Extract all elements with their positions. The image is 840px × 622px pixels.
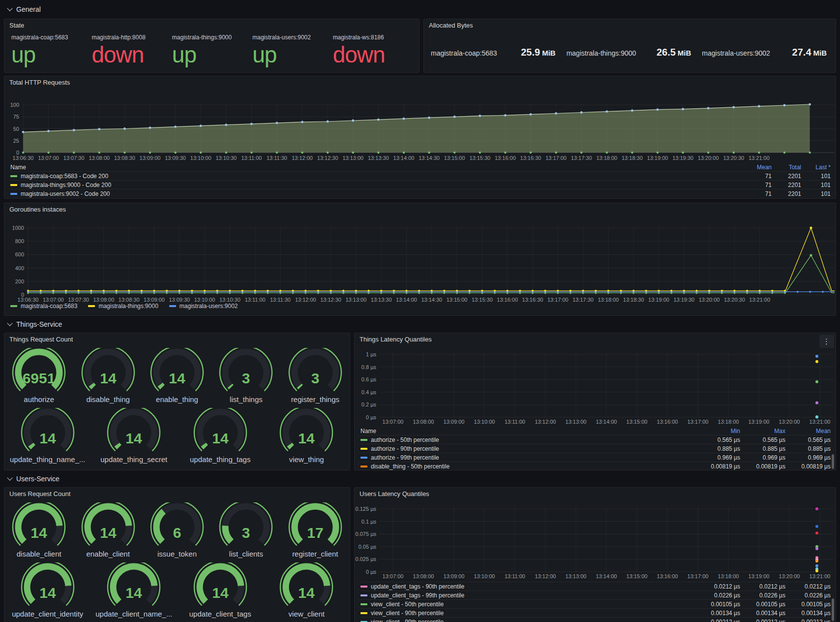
legend-value: 0.00105 µs [695, 601, 740, 608]
svg-text:13:15:30: 13:15:30 [469, 155, 490, 161]
legend-series-text: disable_thing - 50th percentile [371, 463, 450, 470]
panel-title-allocated-bytes[interactable]: Allocated Bytes [424, 19, 473, 32]
state-stat: magistrala-coap:5683up [11, 34, 91, 66]
legend-column-header[interactable]: Mean [785, 428, 831, 435]
svg-text:0.125 µs: 0.125 µs [356, 506, 377, 512]
section-header-users-service[interactable]: Users-Service [8, 473, 60, 484]
svg-text:14: 14 [100, 525, 117, 541]
svg-text:13:07:30: 13:07:30 [68, 297, 89, 303]
panel-title-state[interactable]: State [4, 19, 24, 32]
legend-series-text: authorize - 50th percentile [371, 436, 439, 443]
legend-row: magistrala-things:9000 - Code 2007122011… [10, 180, 831, 189]
gauge-label: authorize [24, 395, 54, 404]
svg-text:13:07:00: 13:07:00 [43, 297, 64, 303]
legend-header: NameMinMaxMean [360, 427, 831, 435]
svg-text:13:10:00: 13:10:00 [474, 573, 495, 579]
state-stats: magistrala-coap:5683upmagistrala-http:80… [11, 34, 413, 66]
svg-text:14: 14 [169, 370, 185, 386]
legend-series-label[interactable]: magistrala-users:9002 [169, 303, 238, 310]
section-header-things-service[interactable]: Things-Service [8, 319, 62, 330]
series-color-swatch-icon [360, 439, 367, 441]
legend-column-header[interactable]: Min [695, 428, 740, 435]
svg-text:13:13:30: 13:13:30 [368, 155, 389, 161]
stat-unit: MiB [678, 49, 691, 57]
legend-series-label[interactable]: update_client_tags - 90th percentile [360, 583, 695, 590]
legend-value: 0.00819 µs [740, 463, 785, 470]
gauge-label: update_client_name_... [95, 610, 172, 619]
gauge-label: issue_token [157, 550, 197, 559]
legend-series-label[interactable]: authorize - 90th percentile [360, 445, 695, 452]
gauge-register_client: 17register_client [281, 502, 350, 559]
gauge-update_thing_tags: 14update_thing_tags [177, 408, 264, 464]
svg-text:600: 600 [15, 251, 24, 257]
gauge-update_thing_name_...: 14update_thing_name_... [4, 408, 91, 464]
gauge-arc: 14 [190, 408, 251, 455]
panel-title-things-request-count[interactable]: Things Request Count [4, 333, 73, 346]
legend-series-label[interactable]: authorize - 50th percentile [360, 436, 695, 443]
legend-series-text: update_client_tags - 90th percentile [371, 583, 464, 590]
svg-text:13:19:30: 13:19:30 [673, 297, 694, 303]
legend-series-label[interactable]: magistrala-coap:5683 - Code 200 [10, 173, 742, 180]
legend-column-header[interactable]: Max [740, 428, 785, 435]
gauge-label: update_client_identity [12, 610, 83, 619]
svg-text:13:15:30: 13:15:30 [472, 297, 493, 303]
svg-text:14: 14 [126, 430, 143, 446]
state-stat: magistrala-http:8008down [91, 34, 172, 66]
svg-text:13:11:00: 13:11:00 [505, 573, 525, 579]
allocated-stat: magistrala-coap:568325.9MiB [431, 47, 567, 58]
legend-value: 0.0226 µs [695, 592, 740, 599]
gauge-update_client_tags: 14update_client_tags [177, 562, 264, 619]
legend-value: 101 [801, 182, 831, 188]
svg-text:25: 25 [13, 138, 19, 144]
legend-series-label[interactable]: update_client_tags - 99th percentile [360, 592, 695, 599]
legend-value: 0.00212 µs [785, 619, 831, 622]
panel-goroutines: Goroutines instaces 13:06:3013:07:0013:0… [4, 203, 836, 316]
svg-text:13:14:30: 13:14:30 [419, 155, 440, 161]
legend-column-header[interactable]: Mean [742, 164, 772, 171]
legend-value: 71 [742, 182, 772, 188]
svg-text:13:15:00: 13:15:00 [447, 297, 468, 303]
gauge-arc: 14 [17, 562, 78, 610]
legend-scrollbar[interactable] [832, 598, 834, 621]
stat-label: magistrala-http:8008 [91, 34, 172, 41]
svg-text:13:07:30: 13:07:30 [63, 155, 85, 161]
legend-column-header[interactable]: Total [772, 164, 801, 171]
stat-label: magistrala-users:9002 [252, 34, 332, 41]
legend-value: 101 [801, 173, 831, 180]
legend-series-label[interactable]: magistrala-things:9000 - Code 200 [10, 182, 742, 188]
legend-series-label[interactable]: magistrala-users:9002 - Code 200 [10, 190, 742, 197]
legend-series-label[interactable]: magistrala-things:9000 [88, 303, 158, 310]
section-header-general[interactable]: General [8, 4, 41, 15]
stat-label: magistrala-things:9000 [567, 49, 636, 57]
panel-title-users-request-count[interactable]: Users Request Count [4, 488, 70, 500]
panel-title-things-latency-quantiles[interactable]: Things Latency Quantiles [355, 333, 432, 346]
legend-series-label[interactable]: authorize - 99th percentile [360, 454, 695, 461]
svg-text:13:17:30: 13:17:30 [572, 297, 594, 303]
svg-text:13:19:00: 13:19:00 [647, 155, 668, 161]
legend-series-label[interactable]: disable_thing - 50th percentile [360, 463, 695, 470]
svg-text:13:16:00: 13:16:00 [657, 419, 678, 425]
legend-row: magistrala-coap:5683 - Code 200712201101 [10, 171, 831, 180]
legend-series-label[interactable]: view_client - 90th percentile [360, 610, 695, 617]
series-color-swatch-icon [10, 175, 17, 177]
legend-column-header[interactable]: Last * [801, 164, 831, 171]
panel-title-total-http-requests[interactable]: Total HTTP Requests [4, 76, 70, 89]
panel-title-goroutines[interactable]: Goroutines instaces [4, 203, 66, 216]
gauge-row: 6951authorize14disable_thing14enable_thi… [4, 348, 350, 404]
svg-text:0.05 µs: 0.05 µs [359, 544, 377, 550]
things-latency-chart: 13:07:0013:08:0013:09:0013:10:0013:11:00… [355, 346, 837, 427]
stat-label: magistrala-users:9002 [702, 49, 770, 57]
http-requests-chart: 13:06:3013:07:0013:07:3013:08:0013:08:30… [4, 89, 837, 163]
legend-name-header: Name [360, 428, 695, 435]
legend-scrollbar[interactable] [832, 454, 834, 469]
legend-series-text: authorize - 90th percentile [371, 445, 439, 452]
legend-series-label[interactable]: view_client - 50th percentile [360, 601, 695, 608]
gauge-arc: 14 [78, 502, 139, 550]
svg-text:13:07:00: 13:07:00 [383, 573, 404, 579]
legend-series-label[interactable]: magistrala-coap:5683 [10, 303, 77, 310]
gauge-view_client: 14view_client [264, 562, 350, 619]
gauge-label: register_things [291, 395, 339, 404]
svg-text:13:14:00: 13:14:00 [596, 573, 617, 579]
panel-title-users-latency-quantiles[interactable]: Users Latency Quantiles [355, 488, 429, 500]
legend-series-label[interactable]: view_client - 99th percentile [360, 619, 695, 622]
